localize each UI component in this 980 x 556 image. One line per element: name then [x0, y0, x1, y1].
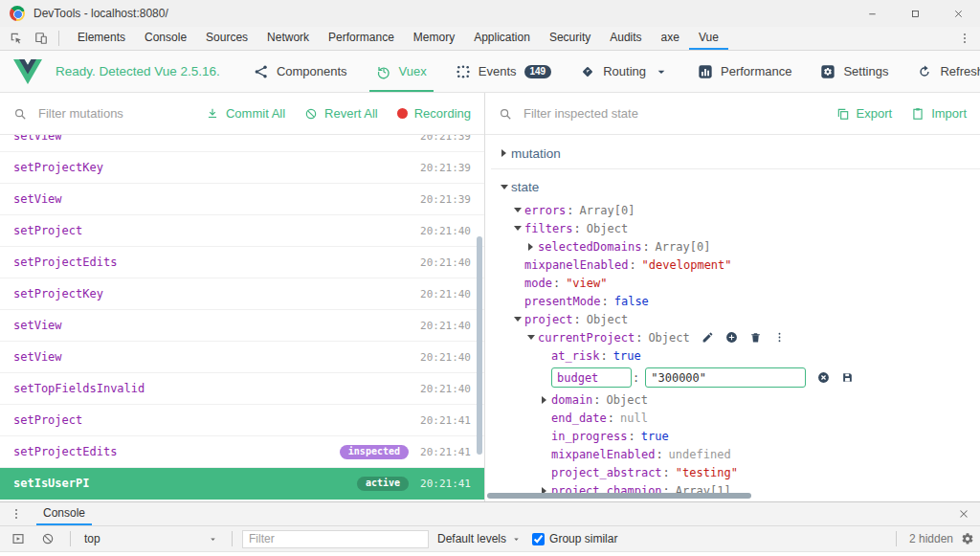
- revert-icon: [304, 107, 318, 121]
- delete-icon[interactable]: [749, 331, 762, 344]
- drawer-close-button[interactable]: [951, 507, 976, 521]
- chevron-down-icon: [208, 534, 218, 545]
- vue-tab-components[interactable]: Components: [239, 51, 362, 92]
- vue-tab-refresh[interactable]: Refresh: [902, 51, 980, 92]
- revert-all-button[interactable]: Revert All: [304, 106, 378, 121]
- mutation-row[interactable]: setProjectEdits20:21:40: [0, 247, 484, 278]
- mutation-row[interactable]: setTopFieldsInvalid20:21:40: [0, 373, 484, 405]
- tree-field-mixpanelEnabled[interactable]: mixpanelEnabled:"development": [491, 256, 980, 274]
- devtools-tab-memory[interactable]: Memory: [404, 27, 464, 50]
- mutation-row[interactable]: setProjectEditsinspected20:21:41: [0, 436, 484, 468]
- drawer-menu-button[interactable]: [4, 502, 29, 525]
- context-select[interactable]: top: [80, 532, 222, 545]
- expand-arrow-icon[interactable]: [523, 243, 538, 251]
- console-sidebar-icon[interactable]: [6, 526, 31, 551]
- tree-field-project[interactable]: project:Object: [491, 310, 980, 328]
- vue-tab-events[interactable]: Events149: [441, 51, 566, 92]
- devtools-tab-security[interactable]: Security: [540, 27, 600, 50]
- mutation-row[interactable]: setView20:21:40: [0, 310, 484, 342]
- collapse-arrow-icon[interactable]: [523, 335, 538, 340]
- devtools-tab-elements[interactable]: Elements: [68, 27, 135, 50]
- recording-toggle[interactable]: Recording: [397, 106, 471, 121]
- device-toolbar-icon[interactable]: [29, 27, 54, 50]
- collapse-arrow-icon[interactable]: [497, 185, 511, 189]
- console-messages-area[interactable]: [0, 551, 980, 556]
- tree-field-errors[interactable]: errors:Array[0]: [491, 201, 980, 219]
- console-tab[interactable]: Console: [36, 502, 92, 525]
- collapse-arrow-icon[interactable]: [510, 317, 524, 322]
- expand-arrow-icon[interactable]: [537, 396, 551, 404]
- tree-field-at_risk[interactable]: at_risk:true: [491, 346, 980, 365]
- colon: :: [553, 277, 560, 290]
- tree-field-domain[interactable]: domain:Object: [491, 390, 980, 409]
- collapse-arrow-icon[interactable]: [510, 226, 524, 231]
- mutation-row[interactable]: setView20:21:40: [0, 342, 484, 373]
- tree-field-filters[interactable]: filters:Object: [491, 219, 980, 237]
- devtools-tab-performance[interactable]: Performance: [319, 27, 404, 50]
- add-icon[interactable]: [725, 331, 738, 344]
- tree-field-end_date[interactable]: end_date:null: [491, 409, 980, 427]
- tree-field-selectedDomains[interactable]: selectedDomains:Array[0]: [491, 237, 980, 256]
- tree-section-mutation[interactable]: mutation: [491, 139, 980, 167]
- tree-field-presentMode[interactable]: presentMode:false: [491, 292, 980, 310]
- horizontal-scrollbar[interactable]: [487, 493, 751, 499]
- expand-arrow-icon[interactable]: [497, 149, 511, 157]
- log-levels-select[interactable]: Default levels: [437, 532, 522, 545]
- minimize-button[interactable]: [851, 0, 894, 27]
- vue-tab-routing[interactable]: Routing: [566, 51, 683, 92]
- collapse-arrow-icon[interactable]: [510, 208, 524, 212]
- events-icon: [456, 64, 471, 79]
- commit-all-button[interactable]: Commit All: [206, 106, 285, 121]
- tree-field-mode[interactable]: mode:"view": [491, 274, 980, 292]
- cancel-icon[interactable]: [817, 371, 830, 384]
- filter-state-input[interactable]: [522, 105, 817, 122]
- devtools-tab-vue[interactable]: Vue: [689, 27, 728, 50]
- console-settings-gear-icon[interactable]: [961, 532, 974, 545]
- mutation-row[interactable]: setProjectKey20:21:40: [0, 278, 484, 310]
- export-button[interactable]: Export: [836, 106, 893, 121]
- vertical-scrollbar[interactable]: [477, 236, 482, 455]
- maximize-button[interactable]: [894, 0, 937, 27]
- more-icon[interactable]: [773, 331, 786, 344]
- devtools-tab-application[interactable]: Application: [464, 27, 540, 50]
- devtools-tab-console[interactable]: Console: [135, 27, 196, 50]
- vue-tab-performance[interactable]: Performance: [683, 51, 806, 92]
- mutation-row[interactable]: setProject20:21:41: [0, 405, 484, 436]
- colon: :: [574, 222, 581, 235]
- mutation-name: setProjectKey: [13, 161, 103, 174]
- log-levels-label: Default levels: [437, 532, 506, 545]
- tree-section-state[interactable]: state: [491, 172, 980, 201]
- mutation-row[interactable]: setView20:21:39: [0, 184, 484, 215]
- inspect-element-icon[interactable]: [4, 27, 29, 50]
- mutation-row[interactable]: setView20:21:39: [0, 135, 484, 152]
- console-filter-input[interactable]: [242, 530, 429, 548]
- tree-field-project_abstract[interactable]: project_abstract:"testing": [491, 463, 980, 481]
- devtools-tab-network[interactable]: Network: [257, 27, 319, 50]
- save-icon[interactable]: [841, 371, 854, 384]
- tree-field-in_progress[interactable]: in_progress:true: [491, 427, 980, 445]
- filter-mutations-input[interactable]: [36, 105, 187, 122]
- mutation-row[interactable]: setProjectKey20:21:39: [0, 152, 484, 184]
- edit-icon[interactable]: [702, 331, 714, 344]
- field-key: currentProject: [538, 331, 635, 345]
- group-similar-checkbox[interactable]: [532, 533, 545, 545]
- devtools-tab-sources[interactable]: Sources: [196, 27, 257, 50]
- import-button[interactable]: Import: [911, 106, 967, 121]
- mutation-list: setView20:21:39setProjectKey20:21:39setV…: [0, 135, 484, 501]
- tree-field-mixpanelEnabled[interactable]: mixpanelEnabled:undefined: [491, 445, 980, 463]
- devtools-tab-axe[interactable]: axe: [652, 27, 689, 50]
- mutation-row[interactable]: setProject20:21:40: [0, 215, 484, 247]
- close-button[interactable]: [937, 0, 980, 27]
- devtools-menu-button[interactable]: [953, 32, 976, 45]
- mutation-row[interactable]: setIsUserPIactive20:21:41: [0, 468, 484, 500]
- edit-key-input[interactable]: [551, 367, 632, 388]
- field-value: true: [613, 349, 641, 363]
- vue-tab-settings[interactable]: Settings: [806, 51, 902, 92]
- group-similar-label: Group similar: [549, 532, 617, 545]
- clear-console-icon[interactable]: [35, 526, 60, 551]
- window-title: DevTools - localhost:8080/: [33, 7, 168, 20]
- vue-tab-vuex[interactable]: Vuex: [362, 51, 441, 92]
- tree-field-currentProject[interactable]: currentProject:Object: [491, 328, 980, 346]
- edit-value-input[interactable]: [645, 367, 806, 388]
- devtools-tab-audits[interactable]: Audits: [600, 27, 651, 50]
